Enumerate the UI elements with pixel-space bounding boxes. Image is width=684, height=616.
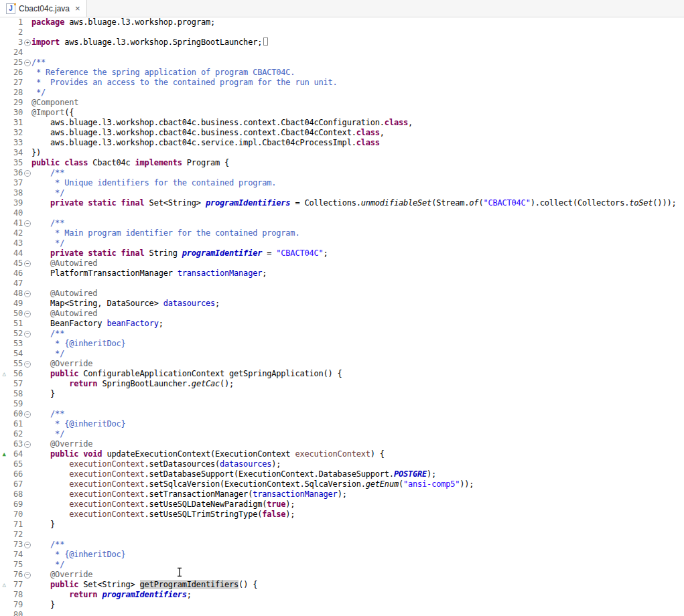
fold-toggle-icon[interactable]: − (23, 439, 31, 449)
code-text[interactable]: * {@inheritDoc} (31, 339, 126, 349)
code-line[interactable]: 47 (0, 279, 684, 289)
code-text[interactable]: private static final String programIdent… (31, 248, 328, 258)
code-line[interactable]: 24 (0, 48, 684, 58)
code-line[interactable]: 61 * {@inheritDoc} (0, 419, 684, 429)
code-text[interactable]: @Autowired (31, 289, 97, 299)
code-text[interactable]: public ConfigurableApplicationContext ge… (31, 369, 342, 379)
fold-toggle-icon[interactable]: − (23, 540, 31, 550)
fold-toggle-icon[interactable]: + (23, 37, 31, 48)
code-text[interactable]: * {@inheritDoc} (31, 550, 126, 560)
code-line[interactable]: 50− @Autowired (0, 309, 684, 319)
code-line[interactable]: 2 (0, 27, 684, 37)
code-line[interactable]: 30@Import({ (0, 108, 684, 118)
code-text[interactable]: package aws.bluage.l3.workshop.program; (31, 17, 215, 27)
code-text[interactable]: aws.bluage.l3.workshop.cbact04c.business… (31, 128, 385, 138)
code-line[interactable]: 53 * {@inheritDoc} (0, 339, 684, 349)
code-text[interactable]: */ (31, 349, 64, 359)
code-line[interactable]: 60− /** (0, 409, 684, 419)
code-editor[interactable]: 1package aws.bluage.l3.workshop.program;… (0, 17, 684, 616)
code-line[interactable]: 66 executionContext.setDatabaseSupport(E… (0, 469, 684, 479)
code-text[interactable]: /** (31, 58, 46, 68)
code-line[interactable]: 26 * Reference the spring application of… (0, 68, 684, 78)
code-line[interactable]: 68 executionContext.setTransactionManage… (0, 489, 684, 499)
fold-toggle-icon[interactable]: − (23, 309, 31, 319)
code-text[interactable]: executionContext.setUseSQLDateNewParadig… (31, 499, 295, 510)
fold-expanded-icon[interactable]: − (24, 572, 31, 579)
code-line[interactable]: 38 */ (0, 188, 684, 198)
code-line[interactable]: 52− /** (0, 329, 684, 339)
code-text[interactable]: @Component (31, 98, 78, 108)
code-text[interactable]: executionContext.setUseSQLTrimStringType… (31, 510, 295, 520)
fold-toggle-icon[interactable]: − (23, 168, 31, 178)
fold-expanded-icon[interactable]: − (24, 361, 31, 368)
code-line[interactable]: 79 } (0, 600, 684, 610)
fold-toggle-icon[interactable]: − (23, 58, 31, 68)
code-text[interactable]: return programIdentifiers; (31, 590, 192, 600)
code-text[interactable]: */ (31, 238, 64, 248)
code-line[interactable]: 34}) (0, 148, 684, 158)
code-text[interactable]: @Import({ (31, 108, 74, 118)
code-text[interactable]: @Autowired (31, 258, 97, 268)
code-text[interactable]: } (31, 389, 55, 399)
code-line[interactable]: 75 */ (0, 560, 684, 570)
code-line[interactable]: 37 * Unique identifiers for the containe… (0, 178, 684, 188)
code-line[interactable]: △77 public Set<String> getProgramIdentif… (0, 580, 684, 590)
code-line[interactable]: 65 executionContext.setDatasources(datas… (0, 459, 684, 469)
fold-toggle-icon[interactable]: − (23, 409, 31, 419)
fold-expanded-icon[interactable]: − (24, 311, 31, 317)
code-line[interactable]: 31 aws.bluage.l3.workshop.cbact04c.busin… (0, 118, 684, 128)
code-line[interactable]: 80 (0, 610, 684, 616)
code-line[interactable]: 58 } (0, 389, 684, 399)
code-text[interactable]: import aws.bluage.l3.workshop.SpringBoot… (31, 37, 268, 48)
code-line[interactable]: 67 executionContext.setSqlcaVersion(Exec… (0, 479, 684, 489)
code-text[interactable]: * Main program identifier for the contai… (31, 228, 299, 238)
code-line[interactable]: 35public class Cbact04c implements Progr… (0, 158, 684, 168)
code-text[interactable]: Map<String, DataSource> datasources; (31, 299, 220, 309)
code-line[interactable]: 74 * {@inheritDoc} (0, 550, 684, 560)
code-line[interactable]: 44 private static final String programId… (0, 248, 684, 258)
code-line[interactable]: 69 executionContext.setUseSQLDateNewPara… (0, 499, 684, 510)
fold-expanded-icon[interactable]: − (24, 170, 31, 177)
code-line[interactable]: 41− /** (0, 218, 684, 228)
code-line[interactable]: 39 private static final Set<String> prog… (0, 198, 684, 208)
code-line[interactable]: ▲64 public void updateExecutionContext(E… (0, 449, 684, 459)
code-text[interactable]: @Override (31, 570, 92, 580)
code-line[interactable]: 1package aws.bluage.l3.workshop.program; (0, 17, 684, 27)
code-line[interactable]: 55− @Override (0, 359, 684, 369)
code-text[interactable]: executionContext.setSqlcaVersion(Executi… (31, 479, 474, 489)
code-text[interactable]: @Autowired (31, 309, 97, 319)
code-text[interactable]: * Provides an access to the contained pr… (31, 78, 338, 88)
code-text[interactable]: /** (31, 409, 64, 419)
code-line[interactable]: 25−/** (0, 58, 684, 68)
code-text[interactable]: * Unique identifiers for the contained p… (31, 178, 276, 188)
fold-expanded-icon[interactable]: − (24, 260, 31, 267)
code-line[interactable]: 46 PlatformTransactionManager transactio… (0, 268, 684, 279)
code-line[interactable]: 71 } (0, 520, 684, 530)
code-line[interactable]: 76− @Override (0, 570, 684, 580)
code-text[interactable]: */ (31, 429, 64, 439)
code-text[interactable]: public void updateExecutionContext(Execu… (31, 449, 385, 459)
fold-expanded-icon[interactable]: − (24, 441, 31, 448)
fold-toggle-icon[interactable]: − (23, 258, 31, 268)
code-line[interactable]: 33 aws.bluage.l3.workshop.cbact04c.servi… (0, 138, 684, 148)
code-text[interactable]: @Override (31, 359, 92, 369)
code-text[interactable]: PlatformTransactionManager transactionMa… (31, 268, 267, 279)
fold-expanded-icon[interactable]: − (24, 291, 31, 297)
code-text[interactable]: */ (31, 188, 64, 198)
tab-cbact04c-java[interactable]: J Cbact04c.java × (0, 0, 87, 17)
code-line[interactable]: 63− @Override (0, 439, 684, 449)
code-line[interactable]: 54 */ (0, 349, 684, 359)
code-text[interactable]: public Set<String> getProgramIdentifiers… (31, 580, 257, 590)
code-line[interactable]: 62 */ (0, 429, 684, 439)
code-text[interactable]: aws.bluage.l3.workshop.cbact04c.business… (31, 118, 413, 128)
code-text[interactable]: executionContext.setTransactionManager(t… (31, 489, 347, 499)
fold-expanded-icon[interactable]: − (24, 542, 31, 548)
code-text[interactable]: private static final Set<String> program… (31, 198, 676, 208)
code-text[interactable]: executionContext.setDatabaseSupport(Exec… (31, 469, 436, 479)
code-line[interactable]: 45− @Autowired (0, 258, 684, 268)
code-text[interactable]: @Override (31, 439, 92, 449)
code-line[interactable]: 27 * Provides an access to the contained… (0, 78, 684, 88)
code-line[interactable]: 78 return programIdentifiers; (0, 590, 684, 600)
fold-toggle-icon[interactable]: − (23, 329, 31, 339)
code-text[interactable]: executionContext.setDatasources(datasour… (31, 459, 281, 469)
